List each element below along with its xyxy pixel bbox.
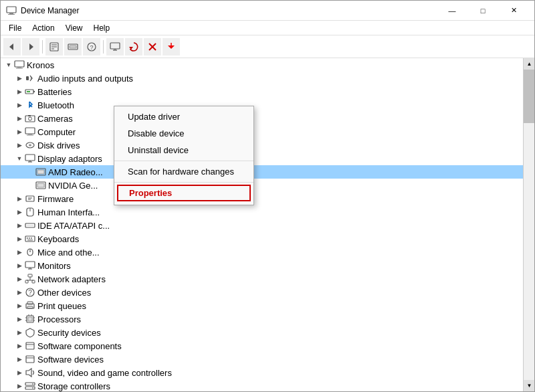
- svg-rect-40: [37, 170, 44, 174]
- svg-rect-30: [28, 115, 31, 116]
- scroll-up-button[interactable]: ▲: [524, 58, 534, 70]
- amd-label: AMD Radeo...: [48, 167, 103, 177]
- help-button[interactable]: ?: [83, 38, 100, 56]
- tree-item-storage[interactable]: ▶ Storage controllers: [1, 379, 523, 391]
- device-tree[interactable]: ▼ Kronos ▶: [1, 58, 523, 391]
- storage-icon: [25, 381, 35, 391]
- menu-view[interactable]: View: [60, 22, 88, 34]
- svg-rect-51: [27, 237, 28, 239]
- software-comp-expand-icon[interactable]: ▶: [14, 340, 25, 351]
- mice-expand-icon[interactable]: ▶: [14, 247, 25, 258]
- display-button[interactable]: [106, 38, 124, 56]
- monitors-expand-icon[interactable]: ▶: [14, 260, 25, 271]
- other-expand-icon[interactable]: ▶: [14, 287, 25, 298]
- sound-icon: [25, 367, 35, 378]
- scan-button[interactable]: [125, 38, 142, 56]
- tree-item-ide[interactable]: ▶ IDE ATA/ATAPI c...: [1, 219, 523, 232]
- scrollbar[interactable]: ▲ ▼: [523, 58, 534, 391]
- svg-rect-23: [16, 68, 23, 69]
- hid-icon: [25, 207, 35, 217]
- computer-icon2: [25, 126, 35, 137]
- back-button[interactable]: [3, 38, 21, 56]
- tree-item-software-comp[interactable]: ▶ Software components: [1, 339, 523, 353]
- svg-rect-22: [17, 67, 21, 68]
- update-driver-toolbar-button[interactable]: [64, 38, 82, 56]
- scroll-down-button[interactable]: ▼: [524, 380, 534, 391]
- tree-item-print[interactable]: ▶ Print queues: [1, 299, 523, 312]
- tree-item-computer[interactable]: ▶ Computer: [1, 125, 523, 138]
- context-menu: Update driver Disable device Uninstall d…: [114, 106, 254, 205]
- context-disable-device[interactable]: Disable device: [114, 125, 253, 142]
- tree-item-network[interactable]: ▶ Network adapters: [1, 272, 523, 286]
- tree-root[interactable]: ▼ Kronos: [1, 58, 523, 72]
- scrollbar-thumb[interactable]: [524, 70, 534, 123]
- tree-item-amd[interactable]: AMD Radeo...: [1, 165, 523, 179]
- storage-expand-icon[interactable]: ▶: [14, 381, 25, 391]
- svg-point-88: [32, 383, 33, 385]
- context-update-driver[interactable]: Update driver: [114, 108, 253, 125]
- tree-item-display[interactable]: ▼ Display adaptors: [1, 152, 523, 165]
- computer-expand-icon[interactable]: ▶: [14, 126, 25, 137]
- mice-icon: [25, 247, 35, 258]
- tree-item-disk[interactable]: ▶ Disk drives: [1, 138, 523, 152]
- firmware-expand-icon[interactable]: ▶: [14, 193, 25, 204]
- properties-toolbar-button[interactable]: [45, 38, 63, 56]
- computer-label: Computer: [37, 127, 76, 137]
- tree-item-monitors[interactable]: ▶ Monitors: [1, 259, 523, 272]
- security-label: Security devices: [37, 328, 101, 338]
- security-expand-icon[interactable]: ▶: [14, 327, 25, 338]
- hid-expand-icon[interactable]: ▶: [14, 207, 25, 217]
- tree-item-other[interactable]: ▶ ? Other devices: [1, 286, 523, 299]
- tree-item-batteries[interactable]: ▶ Batteries: [1, 85, 523, 98]
- keyboards-expand-icon[interactable]: ▶: [14, 233, 25, 244]
- display-expand-icon[interactable]: ▼: [14, 153, 25, 164]
- tree-item-nvidia[interactable]: NVIDIA Ge...: [1, 179, 523, 192]
- forward-button[interactable]: [22, 38, 39, 56]
- minimize-button[interactable]: —: [437, 1, 467, 21]
- batteries-expand-icon[interactable]: ▶: [14, 86, 25, 97]
- root-expand-icon[interactable]: ▼: [3, 60, 14, 70]
- tree-item-cameras[interactable]: ▶ Cameras: [1, 112, 523, 125]
- svg-rect-21: [15, 61, 24, 67]
- nvidia-icon: [35, 180, 46, 191]
- tree-item-software-dev[interactable]: ▶ Software devices: [1, 353, 523, 366]
- context-properties[interactable]: Properties: [117, 185, 251, 201]
- print-expand-icon[interactable]: ▶: [14, 300, 25, 311]
- software-comp-icon: [25, 340, 35, 351]
- tree-item-bluetooth[interactable]: ▶ Bluetooth: [1, 98, 523, 112]
- processors-icon: [25, 314, 35, 324]
- svg-rect-54: [27, 239, 33, 241]
- context-scan-hardware[interactable]: Scan for hardware changes: [114, 163, 253, 180]
- software-dev-expand-icon[interactable]: ▶: [14, 354, 25, 365]
- tree-item-processors[interactable]: ▶ Processors: [1, 312, 523, 326]
- nvidia-expand-icon: [25, 180, 35, 191]
- processors-expand-icon[interactable]: ▶: [14, 314, 25, 324]
- tree-item-hid[interactable]: ▶ Human Interfa...: [1, 205, 523, 219]
- tree-item-mice[interactable]: ▶ Mice and othe...: [1, 246, 523, 259]
- down-arrow-button[interactable]: [163, 38, 180, 56]
- sound-expand-icon[interactable]: ▶: [14, 367, 25, 378]
- maximize-button[interactable]: □: [467, 1, 498, 21]
- uninstall-button[interactable]: [144, 38, 161, 56]
- tree-item-audio[interactable]: ▶ Audio inputs and outputs: [1, 72, 523, 85]
- menu-action[interactable]: Action: [27, 22, 60, 34]
- window-title: Device Manager: [21, 6, 437, 15]
- hid-label: Human Interfa...: [37, 207, 100, 217]
- context-uninstall-device[interactable]: Uninstall device: [114, 142, 253, 159]
- tree-item-keyboards[interactable]: ▶ Keyboards: [1, 232, 523, 246]
- tree-item-security[interactable]: ▶ Security devices: [1, 326, 523, 339]
- disk-expand-icon[interactable]: ▶: [14, 140, 25, 151]
- tree-item-firmware[interactable]: ▶ Firmware: [1, 192, 523, 205]
- menu-file[interactable]: File: [3, 22, 27, 34]
- cameras-expand-icon[interactable]: ▶: [14, 113, 25, 124]
- close-button[interactable]: ✕: [498, 1, 529, 21]
- network-expand-icon[interactable]: ▶: [14, 274, 25, 284]
- scrollbar-track[interactable]: [524, 70, 534, 380]
- audio-expand-icon[interactable]: ▶: [14, 73, 25, 84]
- tree-item-sound[interactable]: ▶ Sound, video and game controllers: [1, 366, 523, 379]
- menu-help[interactable]: Help: [88, 22, 116, 34]
- ide-expand-icon[interactable]: ▶: [14, 220, 25, 231]
- other-label: Other devices: [37, 288, 91, 298]
- svg-rect-42: [37, 183, 44, 187]
- bluetooth-expand-icon[interactable]: ▶: [14, 100, 25, 110]
